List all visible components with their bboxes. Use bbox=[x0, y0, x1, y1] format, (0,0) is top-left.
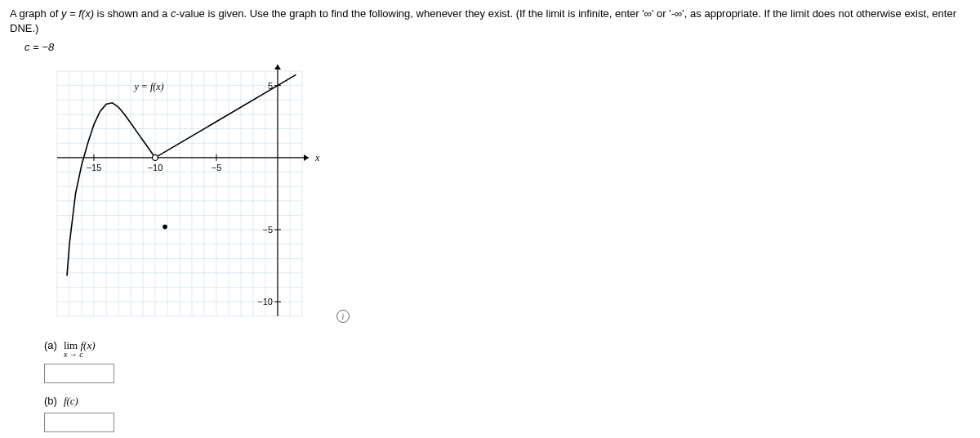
svg-marker-41 bbox=[304, 154, 309, 161]
answer-section: (a) lim f(x) x → c (b) f(c) bbox=[44, 339, 970, 432]
svg-text:y = f(x): y = f(x) bbox=[133, 81, 163, 92]
c-value-definition: c = −8 bbox=[24, 41, 970, 53]
svg-text:−10: −10 bbox=[257, 297, 273, 307]
problem-statement: A graph of y = f(x) is shown and a c-val… bbox=[10, 7, 970, 36]
fc-expression: f(c) bbox=[64, 395, 78, 408]
part-b-label: (b) bbox=[44, 395, 57, 407]
svg-text:−5: −5 bbox=[212, 163, 222, 172]
svg-point-59 bbox=[163, 225, 167, 230]
equation-y-fx: y = f(x) bbox=[61, 7, 94, 20]
part-b: (b) f(c) bbox=[44, 395, 970, 432]
svg-marker-42 bbox=[274, 65, 281, 69]
part-a-label: (a) bbox=[44, 339, 57, 351]
part-a-input[interactable] bbox=[44, 364, 114, 383]
part-b-input[interactable] bbox=[44, 413, 114, 432]
text: is shown and a bbox=[94, 7, 171, 20]
svg-point-58 bbox=[153, 155, 158, 161]
svg-text:−10: −10 bbox=[148, 163, 163, 172]
limit-expression: lim f(x) x → c bbox=[64, 339, 96, 359]
svg-text:−15: −15 bbox=[87, 163, 102, 172]
text: A graph of bbox=[10, 7, 61, 20]
graph-figure: −15−10−55−5−10xyy = f(x) i bbox=[49, 63, 327, 324]
info-icon[interactable]: i bbox=[336, 310, 350, 323]
graph-svg: −15−10−55−5−10xyy = f(x) bbox=[49, 63, 327, 324]
svg-text:−5: −5 bbox=[262, 225, 273, 235]
part-a: (a) lim f(x) x → c bbox=[44, 339, 970, 383]
svg-text:x: x bbox=[314, 152, 320, 163]
